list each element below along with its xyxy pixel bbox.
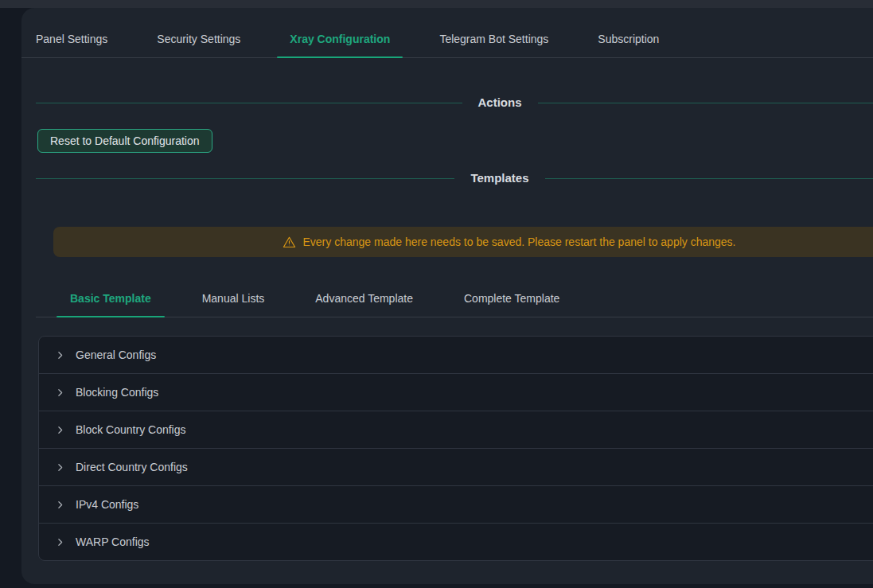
reset-to-default-button[interactable]: Reset to Default Configuration	[37, 129, 212, 153]
templates-divider: Templates	[36, 169, 873, 187]
template-tab[interactable]: Advanced Template	[302, 280, 427, 317]
collapse-section-label: Direct Country Configs	[76, 461, 188, 473]
chevron-right-icon	[55, 350, 65, 360]
main-tab-label: Security Settings	[157, 33, 240, 45]
main-tab-label: Panel Settings	[36, 33, 107, 45]
divider-line	[538, 103, 873, 103]
collapse-section-header[interactable]: IPv4 Configs	[39, 485, 873, 523]
chevron-right-icon	[55, 462, 65, 473]
main-tab-label: Subscription	[598, 33, 659, 45]
divider-line	[36, 103, 462, 103]
divider-line	[36, 178, 454, 179]
collapse-section-label: General Configs	[76, 349, 156, 361]
main-tab[interactable]: Telegram Bot Settings	[427, 21, 561, 57]
divider-line	[545, 178, 873, 179]
tab-panel-xray-configuration: Actions Reset to Default Configuration T…	[21, 94, 873, 561]
actions-divider-title: Actions	[462, 94, 538, 111]
chevron-right-icon	[55, 425, 65, 435]
template-tab[interactable]: Complete Template	[450, 280, 573, 317]
warning-triangle-icon	[283, 236, 296, 249]
templates-divider-title: Templates	[454, 169, 544, 187]
collapse-section-label: Blocking Configs	[76, 386, 158, 399]
restart-warning-banner: Every change made here needs to be saved…	[53, 227, 873, 257]
chevron-right-icon	[55, 387, 65, 398]
main-tab[interactable]: Xray Configuration	[277, 21, 403, 57]
template-tab[interactable]: Basic Template	[57, 280, 165, 317]
main-tab-bar: Panel Settings Security Settings Xray Co…	[21, 21, 873, 58]
collapse-section-label: Block Country Configs	[76, 423, 186, 436]
collapse-section-header[interactable]: General Configs	[39, 337, 873, 373]
template-tab-label: Complete Template	[464, 292, 559, 305]
template-tab-label: Manual Lists	[202, 292, 265, 305]
main-tab[interactable]: Subscription	[585, 21, 672, 57]
main-tab-label: Telegram Bot Settings	[439, 33, 548, 45]
main-tab[interactable]: Panel Settings	[23, 21, 120, 57]
collapse-section-header[interactable]: Block Country Configs	[39, 411, 873, 448]
config-collapse-list: General Configs Blocking Configs Block C…	[38, 336, 873, 561]
restart-warning-text: Every change made here needs to be saved…	[302, 236, 735, 248]
main-tab-label: Xray Configuration	[290, 33, 390, 45]
settings-card: Panel Settings Security Settings Xray Co…	[21, 8, 873, 584]
reset-to-default-button-label: Reset to Default Configuration	[50, 134, 200, 147]
template-tab-bar: Basic Template Manual Lists Advanced Tem…	[36, 280, 873, 317]
chevron-right-icon	[55, 537, 65, 547]
template-tab-label: Basic Template	[70, 292, 151, 305]
collapse-section-header[interactable]: Direct Country Configs	[39, 448, 873, 485]
collapse-section-label: IPv4 Configs	[76, 498, 138, 511]
main-tab[interactable]: Security Settings	[144, 21, 253, 57]
template-tab-label: Advanced Template	[315, 292, 413, 305]
collapse-section-label: WARP Configs	[76, 535, 150, 548]
actions-divider: Actions	[36, 94, 873, 111]
template-tab[interactable]: Manual Lists	[189, 280, 279, 317]
collapse-section-header[interactable]: WARP Configs	[39, 523, 873, 560]
page-top-band	[0, 0, 873, 8]
chevron-right-icon	[55, 500, 65, 510]
collapse-section-header[interactable]: Blocking Configs	[39, 373, 873, 411]
